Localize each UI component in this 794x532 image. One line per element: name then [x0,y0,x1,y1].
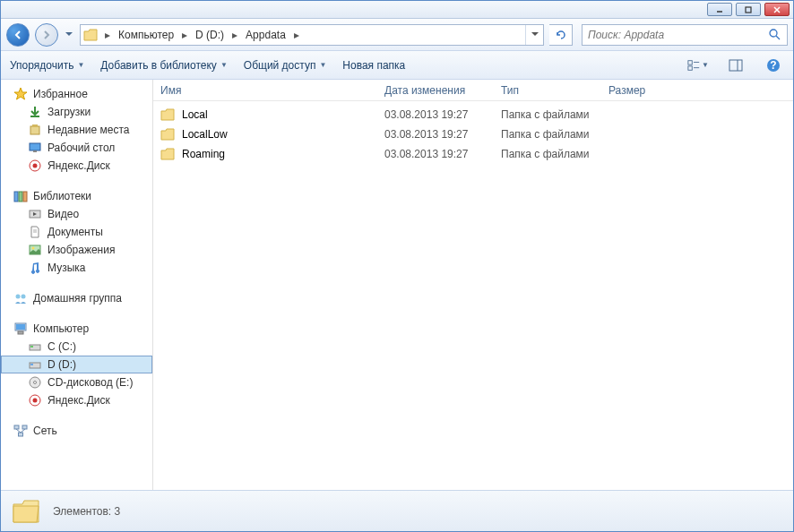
address-drop[interactable] [525,25,543,45]
tree-documents[interactable]: Документы [1,223,152,241]
refresh-button[interactable] [549,24,573,46]
svg-rect-18 [33,150,37,152]
cd-icon [28,375,42,390]
main-area: Избранное Загрузки Недавние места Рабочи… [1,80,793,490]
status-bar: Элементов: 3 [1,490,793,531]
folder-icon [160,127,175,142]
svg-rect-17 [30,143,40,150]
svg-point-28 [32,247,35,250]
svg-point-20 [33,164,38,168]
list-item[interactable]: Local 03.08.2013 19:27 Папка с файлами [153,105,793,124]
tree-network[interactable]: Сеть [1,422,152,440]
search-icon[interactable] [767,29,781,40]
crumb-root-drop[interactable]: ▸ [100,25,115,45]
svg-rect-44 [19,433,23,436]
star-icon [13,87,28,101]
folder-icon [160,147,175,161]
library-icon [13,189,28,203]
tree-homegroup-label: Домашняя группа [33,292,122,305]
tree-drive-d[interactable]: D (D:) [1,356,152,373]
tree-video[interactable]: Видео [1,205,152,223]
homegroup-icon [13,291,28,305]
svg-rect-16 [32,124,38,127]
crumb-drive-d[interactable]: D (D:) [192,25,228,45]
tree-yandex-disk[interactable]: Яндекс.Диск [1,157,152,175]
tree-homegroup[interactable]: Домашняя группа [1,289,152,307]
tree-pictures[interactable]: Изображения [1,241,152,259]
content-pane: Имя Дата изменения Тип Размер Local 03.0… [153,80,793,490]
recent-icon [28,123,42,137]
pictures-icon [28,243,42,257]
tree-downloads[interactable]: Загрузки [1,103,152,121]
drive-icon [28,339,42,354]
col-date[interactable]: Дата изменения [377,84,494,97]
organize-button[interactable]: Упорядочить▼ [10,59,84,72]
svg-rect-37 [30,364,33,365]
svg-text:?: ? [770,59,776,72]
help-button[interactable]: ? [763,55,784,76]
tree-yandex-disk-2[interactable]: Яндекс.Диск [1,391,152,409]
svg-point-29 [16,295,21,299]
address-bar[interactable]: ▸ Компьютер ▸ D (D:) ▸ Appdata ▸ [80,24,544,46]
nav-history-drop[interactable] [64,23,74,47]
column-headers: Имя Дата изменения Тип Размер [153,80,793,101]
minimize-button[interactable] [707,3,732,16]
crumb-sep-1[interactable]: ▸ [177,25,192,45]
computer-icon [13,322,28,336]
tree-cd-drive[interactable]: CD-дисковод (E:) [1,373,152,391]
crumb-computer[interactable]: Компьютер [115,25,177,45]
svg-rect-10 [729,60,742,71]
folder-icon [160,107,175,122]
svg-rect-7 [688,65,692,69]
folder-icon [81,29,100,41]
new-folder-button[interactable]: Новая папка [342,59,405,72]
share-button[interactable]: Общий доступ▼ [244,59,327,72]
add-library-button[interactable]: Добавить в библиотеку▼ [100,59,227,72]
svg-point-41 [33,399,38,403]
tree-music[interactable]: Музыка [1,259,152,277]
tree-computer[interactable]: Компьютер [1,320,152,338]
forward-button[interactable] [35,23,58,47]
tree-libraries-label: Библиотеки [33,190,91,202]
video-icon [28,207,42,221]
titlebar [1,1,793,19]
navbar: ▸ Компьютер ▸ D (D:) ▸ Appdata ▸ [1,19,793,51]
tree-network-label: Сеть [33,425,57,437]
download-icon [28,105,42,119]
col-size[interactable]: Размер [601,84,673,97]
col-name[interactable]: Имя [153,84,377,97]
view-button[interactable]: ▼ [687,55,709,76]
list-item[interactable]: Roaming 03.08.2013 19:27 Папка с файлами [153,144,793,164]
folder-icon [10,495,42,528]
document-icon [28,225,42,239]
close-button[interactable] [764,3,790,16]
desktop-icon [28,141,42,155]
col-type[interactable]: Тип [494,84,601,97]
crumb-sep-2[interactable]: ▸ [228,25,242,45]
tree-recent[interactable]: Недавние места [1,121,152,139]
svg-rect-1 [746,7,751,13]
svg-point-39 [34,382,37,384]
maximize-button[interactable] [736,3,761,16]
crumb-sep-3[interactable]: ▸ [289,25,304,45]
tree-drive-c[interactable]: С (C:) [1,338,152,356]
file-list: Local 03.08.2013 19:27 Папка с файлами L… [153,101,793,490]
tree-favorites[interactable]: Избранное [1,85,152,103]
back-button[interactable] [6,23,30,47]
sidebar: Избранное Загрузки Недавние места Рабочи… [1,80,153,490]
search-input[interactable] [588,29,767,41]
svg-line-45 [16,429,21,433]
svg-rect-42 [14,425,19,429]
yandex-icon [28,393,42,408]
drive-icon [28,357,42,372]
crumb-appdata[interactable]: Appdata [242,25,289,45]
svg-point-4 [770,30,777,37]
tree-libraries[interactable]: Библиотеки [1,187,152,205]
tree-desktop[interactable]: Рабочий стол [1,139,152,157]
preview-pane-button[interactable] [725,55,747,76]
svg-rect-21 [14,192,18,202]
svg-rect-43 [22,425,27,429]
search-box[interactable] [582,24,788,46]
svg-rect-6 [688,60,692,64]
list-item[interactable]: LocalLow 03.08.2013 19:27 Папка с файлам… [153,124,793,144]
